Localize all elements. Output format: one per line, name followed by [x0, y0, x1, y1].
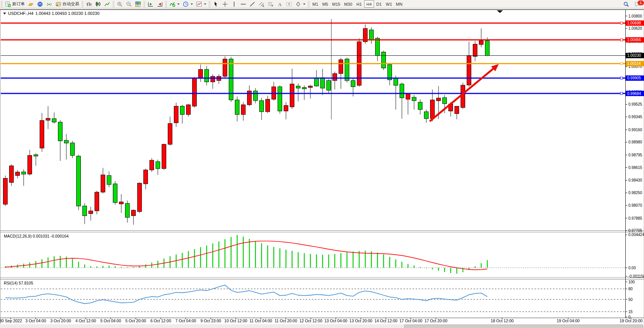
signal-icon: [46, 1, 52, 7]
price-line-label-text: 0.99684: [627, 92, 641, 96]
bull-candle: [101, 175, 105, 192]
publisher-icon: [37, 1, 43, 7]
timeframe-m15-button[interactable]: M15: [330, 0, 342, 8]
line-anchor-marker[interactable]: [620, 22, 623, 24]
bear-candle: [22, 172, 26, 174]
toolbar-grip[interactable]: [165, 1, 167, 7]
toolbar-grip[interactable]: [209, 1, 210, 7]
macd-axis-tick: 0.00: [628, 266, 636, 270]
bull-candle: [290, 84, 294, 107]
line-anchor-marker[interactable]: [620, 92, 623, 95]
chevron-down-icon[interactable]: [3, 13, 6, 14]
price-line-label-text: 1.00230: [627, 53, 641, 58]
vline-tool-icon: [231, 1, 237, 7]
bull-candle: [3, 178, 8, 204]
autotrade-button-label: 自动交易: [63, 1, 79, 7]
gold-bar-button[interactable]: [26, 0, 35, 8]
timeframe-h1-button[interactable]: H1: [354, 0, 364, 8]
cursor-tool-button[interactable]: [211, 0, 220, 8]
zoom-in-button[interactable]: [115, 0, 124, 8]
bull-candle: [339, 60, 343, 74]
toolbar-right: 1: [622, 0, 642, 8]
bull-candle: [223, 59, 227, 76]
toolbar-grip[interactable]: [308, 1, 310, 7]
crosshair-tool-button[interactable]: [220, 0, 230, 8]
line-anchor-marker[interactable]: [620, 63, 623, 65]
toolbar-grip[interactable]: [82, 1, 84, 7]
candlestick-chart-button[interactable]: [93, 0, 103, 8]
add-indicator-button[interactable]: [168, 0, 181, 8]
text-tool-button[interactable]: A: [275, 0, 284, 8]
macd-indicator-label: MACD(12,26,9) 0.001031 -0.000164: [4, 234, 69, 238]
toolbar-grip[interactable]: [1, 1, 3, 7]
time-axis[interactable]: [0, 318, 625, 324]
zoom-out-button[interactable]: [124, 0, 133, 8]
line-chart-button[interactable]: [103, 0, 112, 8]
zoom-in-icon: [117, 1, 123, 7]
auto-scroll-button[interactable]: [146, 0, 155, 8]
vertical-line-tool-button[interactable]: [230, 0, 239, 8]
timeframe-w1-button[interactable]: W1: [384, 0, 394, 8]
bars-chart-icon: [86, 1, 92, 7]
template-button[interactable]: [194, 0, 208, 8]
gold-bar-icon: [28, 1, 34, 7]
chart-shift-button[interactable]: [155, 0, 164, 8]
toolbar-grip[interactable]: [112, 1, 114, 7]
new-order-button[interactable]: 新订单: [3, 0, 26, 8]
bull-candle: [119, 202, 124, 204]
trendline-tool-button[interactable]: [248, 0, 257, 8]
tile-windows-button[interactable]: [133, 0, 143, 8]
signal-button[interactable]: [45, 0, 54, 8]
bull-candle: [461, 85, 465, 108]
bar-chart-button[interactable]: [84, 0, 93, 8]
bull-candle: [89, 211, 93, 214]
bull-candle: [241, 105, 246, 114]
bull-candle: [455, 106, 459, 114]
bull-candle: [144, 170, 148, 184]
bear-candle: [52, 119, 56, 122]
new-order-icon: [5, 1, 11, 7]
text-tool-icon: A: [277, 1, 283, 7]
scrollbar-thumb[interactable]: [404, 325, 643, 328]
timeframe-m1-button[interactable]: M1: [310, 0, 320, 8]
search-icon: [623, 1, 629, 7]
period-button[interactable]: [181, 0, 194, 8]
bear-candle: [369, 30, 374, 40]
dropdown-caret-icon: [204, 3, 206, 5]
bear-candle: [400, 84, 404, 98]
bull-candle: [132, 210, 136, 216]
bear-candle: [83, 206, 87, 215]
timeframe-m5-button[interactable]: M5: [320, 0, 330, 8]
bear-candle: [412, 97, 416, 101]
bear-candle: [302, 87, 307, 89]
bull-candle: [46, 118, 50, 120]
price-chart-canvas[interactable]: 1.008001.006201.004351.002551.000700.998…: [0, 0, 644, 328]
bear-candle: [327, 80, 331, 90]
chat-button[interactable]: 1: [633, 0, 642, 8]
template-chart-icon: [196, 1, 202, 7]
publisher-button[interactable]: [35, 0, 45, 8]
fibonacci-tool-button[interactable]: F: [266, 0, 275, 8]
bull-candle: [199, 69, 203, 79]
horizontal-line-tool-button[interactable]: [239, 0, 248, 8]
autotrade-button[interactable]: 自动交易: [54, 0, 81, 8]
macd-axis-tick: 0.004424: [628, 233, 644, 237]
label-tool-button[interactable]: T: [284, 0, 294, 8]
dropdown-caret-icon: [177, 3, 180, 5]
search-button[interactable]: [622, 0, 631, 8]
toolbar-grip[interactable]: [143, 1, 145, 7]
rsi-indicator-label: RSI(14) 57.8105: [4, 281, 33, 285]
bear-candle: [418, 102, 422, 109]
timeframe-mn-button[interactable]: MN: [394, 0, 404, 8]
line-anchor-marker[interactable]: [620, 39, 623, 41]
bear-candle: [260, 101, 264, 112]
timeframe-m30-button[interactable]: M30: [342, 0, 354, 8]
horizontal-scrollbar[interactable]: [0, 324, 644, 328]
line-anchor-marker[interactable]: [620, 77, 623, 79]
channel-tool-button[interactable]: E: [257, 0, 266, 8]
bear-candle: [77, 156, 81, 206]
shapes-tool-icon: [295, 1, 301, 7]
shapes-tool-button[interactable]: [294, 0, 307, 8]
timeframe-h4-button[interactable]: H4: [364, 0, 374, 8]
timeframe-d1-button[interactable]: D1: [374, 0, 384, 8]
